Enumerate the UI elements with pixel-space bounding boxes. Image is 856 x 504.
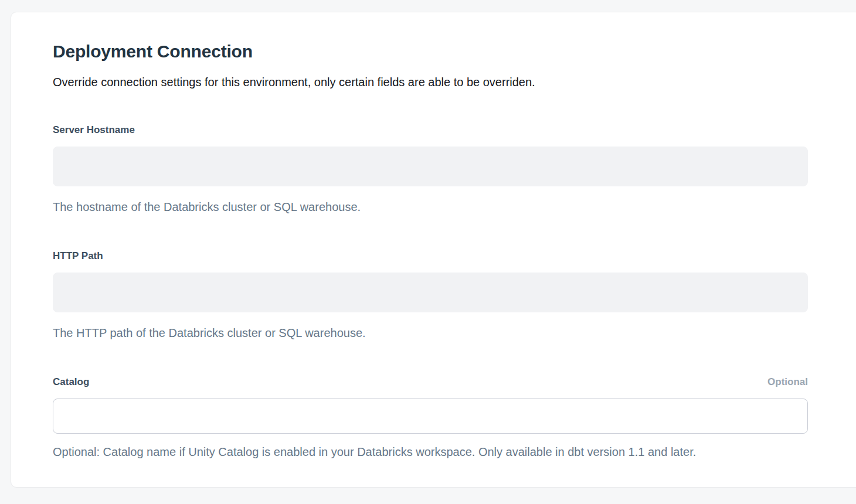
card-content: Deployment Connection Override connectio… — [11, 12, 808, 459]
spacer — [53, 214, 808, 250]
server-hostname-label: Server Hostname — [53, 124, 135, 137]
catalog-input[interactable] — [53, 399, 808, 434]
spacer — [53, 340, 808, 376]
http-path-input — [53, 273, 808, 312]
catalog-label: Catalog — [53, 376, 89, 389]
http-path-label: HTTP Path — [53, 250, 103, 263]
deployment-connection-card: Deployment Connection Override connectio… — [11, 12, 856, 488]
server-hostname-input — [53, 147, 808, 186]
field-server-hostname: Server Hostname The hostname of the Data… — [53, 124, 808, 214]
field-catalog: Catalog Optional Optional: Catalog name … — [53, 376, 808, 459]
page-title: Deployment Connection — [53, 40, 808, 63]
field-http-path: HTTP Path The HTTP path of the Databrick… — [53, 250, 808, 340]
http-path-helper: The HTTP path of the Databricks cluster … — [53, 325, 808, 340]
catalog-helper: Optional: Catalog name if Unity Catalog … — [53, 444, 808, 459]
server-hostname-helper: The hostname of the Databricks cluster o… — [53, 199, 808, 214]
page-description: Override connection settings for this en… — [53, 74, 808, 90]
catalog-optional-badge: Optional — [767, 376, 808, 389]
